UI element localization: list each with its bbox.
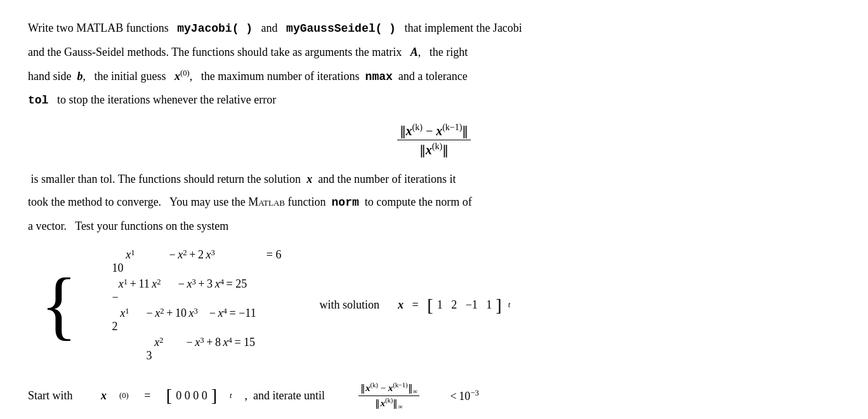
main-content: Write two MATLAB functions myJacobi( ) a… — [28, 19, 840, 410]
bracket-left: [ — [427, 296, 433, 314]
solution-matrix: [ 1 2 −1 1 ] — [427, 296, 501, 314]
equation-2: −x1 + 11 x2 − x3 + 3 x4 = 25 — [84, 277, 282, 304]
x0-var: x — [101, 389, 107, 402]
x0-sup: (0) — [119, 391, 129, 401]
matrix-A: A — [411, 46, 418, 58]
bracket-right: ] — [496, 296, 501, 314]
start-section: Start with x(0) = [ 0 0 0 0 ] t , and it… — [28, 382, 840, 410]
para1-line2: and the Gauss-Seidel methods. The functi… — [28, 43, 840, 62]
solution-part: with solution x = [ 1 2 −1 1 ] t — [319, 296, 510, 314]
x0-matrix: [ 0 0 0 0 ] — [166, 387, 217, 404]
func1-name: myJacobi( ) — [177, 22, 253, 35]
paragraph-1: Write two MATLAB functions myJacobi( ) a… — [28, 19, 840, 110]
relative-error-formula: ‖x(k) − x(k−1)‖ ‖x(k)‖ — [397, 123, 471, 157]
para2-line1: is smaller than tol. The functions shoul… — [28, 170, 840, 189]
neg3-exp: −3 — [470, 389, 478, 397]
iterate-denom: ‖x(k)‖∞ — [373, 396, 404, 410]
para1-line3: hand side b, the initial guess x(0), the… — [28, 67, 840, 86]
x0-values: 0 0 0 0 — [172, 389, 211, 402]
para2-line2: took the method to converge. You may use… — [28, 193, 840, 212]
with-solution-label: with solution — [319, 298, 379, 312]
left-brace: { — [41, 267, 77, 343]
solution-x-var: x — [398, 298, 404, 312]
equation-3: 2 x1 − x2 + 10 x3 − x4 = −11 — [84, 307, 282, 333]
x0-superscript: (0) — [180, 69, 190, 77]
tol-label: tol — [28, 94, 48, 107]
transpose-t: t — [508, 300, 511, 310]
vector-b: b — [77, 70, 82, 83]
formula-block: ‖x(k) − x(k−1)‖ ‖x(k)‖ — [28, 123, 840, 157]
nmax-label: nmax — [365, 70, 393, 83]
solution-values: 1 2 −1 1 — [433, 298, 496, 312]
less-than-label: < 10−3 — [450, 389, 479, 403]
paragraph-2: is smaller than tol. The functions shoul… — [28, 170, 840, 236]
func2-name: myGaussSeidel( ) — [286, 22, 396, 35]
iterate-condition-frac: ‖x(k) − x(k−1)‖∞ ‖x(k)‖∞ — [358, 382, 419, 410]
equation-4: 3 x2 − x3 + 8 x4 = 15 — [84, 336, 282, 362]
start-label: Start with — [28, 389, 73, 402]
formula-denominator: ‖x(k)‖ — [417, 140, 451, 157]
comma-and-iterate: , and iterate until — [245, 389, 325, 402]
system-section: { 10 x1 − x2 + 2 x3 = 6 −x1 + 11 x2 − x3… — [41, 248, 840, 362]
matlab-label: Matlab — [248, 196, 285, 208]
para1-line1: Write two MATLAB functions myJacobi( ) a… — [28, 19, 840, 38]
para2-line3: a vector. Test your functions on the sys… — [28, 217, 840, 236]
iterate-numer: ‖x(k) − x(k−1)‖∞ — [358, 382, 419, 396]
formula-numerator: ‖x(k) − x(k−1)‖ — [397, 123, 471, 140]
vector-x0: x — [174, 70, 180, 83]
x0-bracket-right: ] — [211, 387, 217, 404]
equations-list: 10 x1 − x2 + 2 x3 = 6 −x1 + 11 x2 − x3 +… — [84, 248, 282, 362]
norm-func: norm — [332, 196, 359, 209]
solution-x: x — [306, 173, 312, 185]
x0-bracket-left: [ — [166, 387, 172, 404]
equation-system: { 10 x1 − x2 + 2 x3 = 6 −x1 + 11 x2 − x3… — [41, 248, 281, 362]
solution-line: with solution x = [ 1 2 −1 1 ] t — [319, 296, 510, 314]
para1-line4: tol to stop the iterations whenever the … — [28, 91, 840, 110]
equation-1: 10 x1 − x2 + 2 x3 = 6 — [84, 248, 282, 275]
x0-transpose: t — [230, 391, 232, 401]
